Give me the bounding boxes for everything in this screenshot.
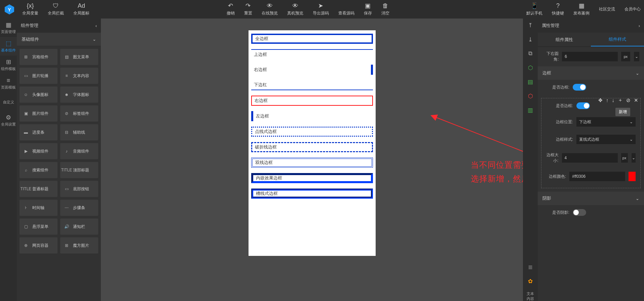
default-phone-button[interactable]: 📱默认手机: [526, 2, 542, 16]
down-icon[interactable]: ↓: [612, 97, 615, 103]
global-icon-button[interactable]: Ad全局图标: [73, 2, 89, 16]
component-normal-title[interactable]: TITLE普通标题: [20, 181, 58, 197]
chevron-down-icon: ⌄: [636, 71, 639, 76]
nav-custom[interactable]: 自定义: [0, 93, 17, 111]
member-button[interactable]: 会员中心: [624, 6, 641, 12]
component-guide[interactable]: ⊟辅助线: [60, 124, 98, 140]
text-content-nav[interactable]: 文本内容: [527, 291, 534, 301]
radius-input[interactable]: [562, 52, 618, 61]
canvas-box-b-double[interactable]: 双线边框: [251, 158, 373, 168]
global-var-button[interactable]: {x}全局变量: [22, 2, 38, 16]
canvas-box-b-top[interactable]: 上边框: [251, 49, 373, 59]
border-style-select[interactable]: 直线式边框 ⌄: [576, 135, 636, 144]
component-grid[interactable]: ⊞宫格组件: [20, 49, 58, 65]
component-float-menu[interactable]: ▢悬浮菜单: [20, 219, 58, 235]
puzzle-icon[interactable]: ⬡: [526, 64, 534, 72]
section-border[interactable]: 边框 ⌄: [538, 66, 644, 80]
nav-basic-comp[interactable]: ⬚基本组件: [0, 37, 17, 56]
component-top-title[interactable]: TITLE顶部标题: [60, 162, 98, 178]
community-button[interactable]: 社区交流: [599, 6, 615, 12]
toolbar-label: 全局拦截: [48, 10, 64, 16]
undo-button[interactable]: ↶撤销: [227, 2, 235, 16]
canvas-box-b-dot[interactable]: 点线式边框: [251, 127, 373, 137]
component-steps[interactable]: ⋯步骤条: [60, 200, 98, 216]
add-icon[interactable]: ＋: [618, 97, 623, 103]
align-top-icon[interactable]: ⤒: [526, 21, 534, 29]
list-icon[interactable]: ▤: [526, 78, 534, 86]
component-font-icon[interactable]: ☻字体图标: [60, 87, 98, 103]
note-icon[interactable]: ▥: [526, 106, 534, 114]
is-shadow-toggle[interactable]: [573, 209, 586, 216]
component-img-menu[interactable]: ▤图文菜单: [60, 49, 98, 65]
section-shadow[interactable]: 阴影 ⌄: [538, 192, 644, 205]
save-button[interactable]: ▣保存: [364, 2, 372, 16]
radius-unit-dropdown[interactable]: ⌄: [634, 52, 639, 61]
copy-icon[interactable]: ⧉: [526, 49, 534, 58]
nav-page-mgr[interactable]: ▦页面管理: [0, 19, 17, 37]
component-notice[interactable]: 🔊通知栏: [60, 219, 98, 235]
component-search[interactable]: ⌕搜索组件: [20, 162, 58, 178]
up-icon[interactable]: ↑: [606, 97, 609, 103]
component-magic-img[interactable]: ⊞魔方图片: [60, 237, 98, 254]
tab-style[interactable]: 组件样式: [591, 33, 644, 46]
canvas-box-b-left[interactable]: 左边框: [251, 111, 373, 121]
component-label: 魔方图片: [73, 243, 89, 248]
nav-comp-tpl[interactable]: ⊞组件模板: [0, 56, 17, 74]
border-color-input[interactable]: [569, 172, 625, 181]
is-shadow-label: 是否阴影:: [542, 210, 569, 215]
border-pos-select[interactable]: 下边框 ⌄: [576, 117, 636, 127]
component-web-container[interactable]: ⊕网页容器: [20, 237, 58, 254]
component-avatar[interactable]: ☺头像图标: [20, 87, 58, 103]
puzzle2-icon[interactable]: ⬡: [526, 92, 534, 100]
component-label: 图片轮播: [32, 73, 48, 79]
component-timeline[interactable]: ⊦时间轴: [20, 200, 58, 216]
component-label: 悬浮菜单: [32, 224, 48, 230]
hide-icon[interactable]: ⊘: [626, 97, 631, 103]
carousel-icon: ▭: [23, 73, 29, 79]
border-color-swatch[interactable]: [629, 172, 636, 181]
is-border-toggle[interactable]: [573, 84, 586, 91]
component-audio[interactable]: ♪音频组件: [60, 143, 98, 159]
canvas-box-b-bottom[interactable]: 下边杠: [251, 80, 373, 90]
settings-icon[interactable]: ✿: [526, 277, 534, 285]
component-label: 底部按钮: [73, 186, 89, 192]
canvas-box-b-groove[interactable]: 槽线式边框: [251, 189, 373, 199]
border-size-unit-dropdown[interactable]: ⌄: [631, 153, 636, 163]
nav-page-tpl[interactable]: ≡页面模板: [0, 74, 17, 93]
export-button[interactable]: ➤导出源码: [313, 2, 329, 16]
collapse-right-icon[interactable]: ›: [639, 23, 640, 28]
canvas-box-b-inset[interactable]: 内嵌效果边框: [251, 173, 373, 183]
canvas-box-b-sel[interactable]: 右边框: [251, 96, 373, 106]
layers-icon[interactable]: ≣: [526, 263, 534, 271]
canvas-box-b-right[interactable]: 右边框: [251, 65, 373, 75]
nav-global-set[interactable]: ⚙全局设置: [0, 111, 17, 130]
close-icon[interactable]: ✕: [634, 97, 638, 103]
global-block-button[interactable]: 🛡全局拦截: [48, 2, 64, 16]
preview-online-button[interactable]: 👁在线预览: [262, 2, 278, 16]
phone-canvas[interactable]: 全边框上边框右边框下边杠右边框左边框点线式边框破折线边框双线边框内嵌效果边框槽线…: [249, 30, 376, 256]
download-icon[interactable]: ⤓: [526, 35, 534, 43]
is-border-toggle-2[interactable]: [576, 102, 590, 109]
canvas-box-b-all[interactable]: 全边框: [251, 34, 373, 44]
tab-props[interactable]: 组件属性: [538, 33, 591, 46]
redo-button[interactable]: ↷重置: [244, 2, 252, 16]
view-src-button[interactable]: 查看源码: [338, 2, 354, 16]
border-size-input[interactable]: [562, 153, 618, 163]
component-carousel[interactable]: ▭图片轮播: [20, 68, 58, 84]
border-pos-value: 下边框: [579, 119, 591, 125]
shortcut-button[interactable]: ?快捷键: [552, 2, 564, 16]
component-image[interactable]: ▣图片组件: [20, 105, 58, 122]
component-progress[interactable]: ▬进度条: [20, 124, 58, 140]
component-text[interactable]: ≡文本内容: [60, 68, 98, 84]
page-mgr-icon: ▦: [6, 21, 11, 29]
move-icon[interactable]: ✥: [598, 97, 603, 103]
publish-button[interactable]: ▦发布案例: [573, 2, 590, 16]
canvas-box-b-dash[interactable]: 破折线边框: [251, 142, 373, 152]
clear-button[interactable]: 🗑消空: [381, 2, 389, 16]
preview-device-button[interactable]: 👁真机预览: [287, 2, 303, 16]
component-video[interactable]: ▶视频组件: [20, 143, 58, 159]
component-bottom-btn[interactable]: ▭底部按钮: [60, 181, 98, 197]
category-header[interactable]: 基础组件 ⌄: [17, 33, 101, 46]
collapse-left-icon[interactable]: ‹: [96, 23, 97, 28]
component-tag[interactable]: ⊘标签组件: [60, 105, 98, 122]
